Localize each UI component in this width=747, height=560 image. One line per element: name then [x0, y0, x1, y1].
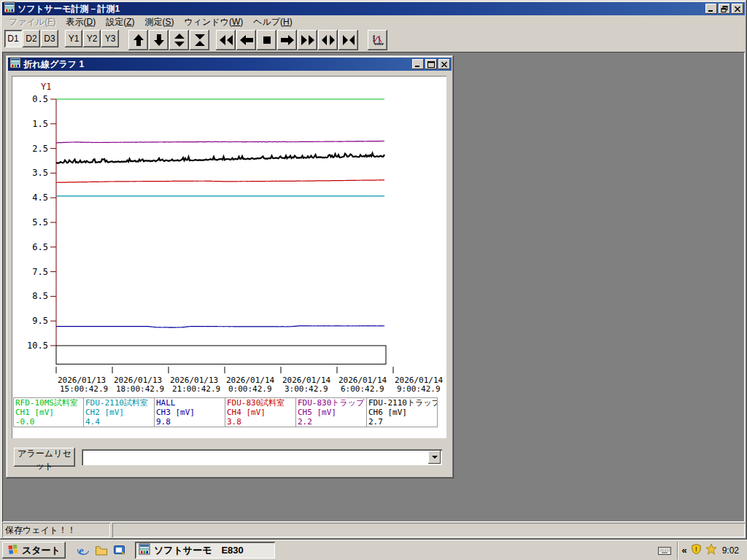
menu-measure[interactable]: 測定(S)	[139, 15, 179, 30]
folder-icon[interactable]	[93, 542, 109, 559]
d2-button[interactable]: D2	[23, 30, 40, 47]
legend-cell-CH4: FDU-830試料室CH4 [mV]3.8	[225, 397, 296, 427]
status-bar: 保存ウェイト！！	[2, 523, 745, 537]
alarm-bar: アラームリセット	[14, 448, 452, 467]
svg-text:21:00:42.9: 21:00:42.9	[172, 384, 220, 394]
series-CH4	[56, 180, 384, 182]
app-title: ソフトサーモ計測－計測1	[18, 3, 705, 15]
svg-text:3:00:42.9: 3:00:42.9	[285, 384, 328, 394]
step-right-icon[interactable]	[277, 30, 297, 50]
system-tray: « ! 9:02	[677, 542, 745, 559]
y1-button[interactable]: Y1	[65, 30, 82, 47]
svg-text:5.5: 5.5	[32, 217, 48, 228]
minimize-icon[interactable]	[705, 4, 717, 14]
maximize-icon[interactable]	[425, 59, 437, 69]
svg-text:4.5: 4.5	[32, 192, 48, 203]
svg-text:7.5: 7.5	[32, 267, 48, 277]
menu-view[interactable]: 表示(D)	[61, 15, 101, 30]
menu-file[interactable]: ファイル(F)	[4, 15, 61, 30]
close-icon[interactable]	[438, 59, 450, 69]
taskbar-app-button[interactable]: ソフトサーモ E830	[135, 542, 275, 559]
stop-icon[interactable]	[257, 30, 276, 50]
series-CH6	[56, 153, 384, 163]
legend-cell-CH1: RFD-10MS試料室CH1 [mV]-0.0	[13, 397, 84, 427]
start-button[interactable]: スタート	[2, 542, 66, 559]
keyboard-icon[interactable]	[657, 543, 673, 558]
legend-cell-CH2: FDU-2110試料室CH2 [mV]4.4	[84, 397, 155, 427]
start-label: スタート	[22, 544, 61, 557]
svg-text:!: !	[694, 545, 697, 553]
fast-backward-icon[interactable]	[216, 30, 236, 50]
expand-horizontal-icon[interactable]	[318, 30, 338, 50]
close-icon[interactable]	[732, 4, 743, 14]
svg-text:2.5: 2.5	[32, 144, 48, 154]
svg-text:1.5: 1.5	[32, 119, 48, 129]
combo-dropdown-icon[interactable]	[428, 451, 441, 464]
menu-help[interactable]: ヘルプ(H)	[248, 15, 298, 30]
svg-text:15:00:42.9: 15:00:42.9	[60, 384, 108, 394]
d1-button[interactable]: D1	[4, 30, 22, 47]
svg-text:10.5: 10.5	[27, 341, 48, 351]
app-icon	[139, 543, 150, 557]
svg-text:8.5: 8.5	[32, 291, 48, 301]
internet-explorer-icon[interactable]: e	[75, 542, 91, 559]
compress-horizontal-icon[interactable]	[338, 30, 358, 50]
scroll-up-icon[interactable]	[128, 30, 148, 50]
compress-vertical-icon[interactable]	[190, 30, 209, 50]
app-window: ソフトサーモ計測－計測1 ファイル(F) 表示(D) 設定(Z) 測定(S) ウ…	[0, 0, 747, 540]
show-desktop-icon[interactable]	[112, 542, 128, 559]
app-titlebar[interactable]: ソフトサーモ計測－計測1	[2, 2, 745, 15]
minimize-icon[interactable]	[412, 59, 424, 69]
svg-text:9:00:42.9: 9:00:42.9	[397, 384, 441, 394]
svg-text:6:00:42.9: 6:00:42.9	[341, 384, 384, 394]
y3-button[interactable]: Y3	[101, 30, 119, 47]
mdi-area: 折れ線グラフ 1 Y10.51.52.53.54.55.56.57.58.59.…	[2, 52, 745, 522]
legend-cell-CH5: FDU-830トラップCH5 [mV]2.2	[296, 397, 367, 427]
graph-window-title: 折れ線グラフ 1	[23, 58, 412, 71]
taskbar-clock[interactable]: 9:02	[722, 545, 739, 556]
chart-legend: RFD-10MS試料室CH1 [mV]-0.0FDU-2110試料室CH2 [m…	[13, 397, 446, 427]
graph-display-icon[interactable]	[368, 30, 387, 50]
windows-logo-icon	[7, 543, 19, 557]
restore-icon[interactable]	[719, 4, 730, 14]
status-message: 保存ウェイト！！	[2, 523, 110, 537]
y2-button[interactable]: Y2	[83, 30, 101, 47]
menu-settings[interactable]: 設定(Z)	[101, 15, 139, 30]
line-chart: Y10.51.52.53.54.55.56.57.58.59.510.52026…	[13, 77, 445, 395]
taskbar: スタート e ソフトサーモ E830 « ! 9:02	[0, 540, 747, 560]
svg-text:0:00:42.9: 0:00:42.9	[228, 384, 272, 394]
svg-text:18:00:42.9: 18:00:42.9	[116, 384, 164, 394]
svg-text:9.5: 9.5	[32, 316, 48, 326]
legend-cell-CH6: FDU-2110トラップCH6 [mV]2.7	[367, 397, 438, 427]
svg-text:3.5: 3.5	[32, 168, 48, 178]
legend-cell-CH3: HALLCH3 [mV]9.8	[155, 397, 225, 427]
graph-window-titlebar[interactable]: 折れ線グラフ 1	[8, 58, 452, 71]
tray-expand-chevron[interactable]: «	[681, 545, 686, 556]
toolbar: D1 D2 D3 Y1 Y2 Y3	[2, 29, 745, 52]
status-panel-2	[112, 523, 745, 537]
menu-window[interactable]: ウィンドウ(W)	[179, 15, 249, 30]
graph-window-icon	[9, 57, 21, 71]
chart-panel: Y10.51.52.53.54.55.56.57.58.59.510.52026…	[12, 76, 446, 438]
scroll-down-icon[interactable]	[149, 30, 169, 50]
graph-window: 折れ線グラフ 1 Y10.51.52.53.54.55.56.57.58.59.…	[6, 55, 454, 478]
step-left-icon[interactable]	[236, 30, 256, 50]
menu-bar: ファイル(F) 表示(D) 設定(Z) 測定(S) ウィンドウ(W) ヘルプ(H…	[2, 15, 745, 29]
d3-button[interactable]: D3	[41, 30, 58, 47]
series-CH3	[56, 326, 384, 327]
star-icon[interactable]	[705, 543, 717, 558]
series-CH5	[56, 141, 384, 142]
alarm-reset-button[interactable]: アラームリセット	[14, 448, 75, 467]
app-icon	[4, 1, 15, 16]
fast-forward-icon[interactable]	[298, 30, 317, 50]
svg-text:6.5: 6.5	[32, 242, 48, 252]
taskbar-app-label: ソフトサーモ E830	[154, 544, 244, 557]
svg-text:0.5: 0.5	[32, 94, 48, 104]
expand-vertical-icon[interactable]	[169, 30, 189, 50]
alarm-combobox[interactable]	[82, 449, 442, 465]
security-shield-icon[interactable]: !	[691, 543, 702, 558]
svg-text:Y1: Y1	[41, 82, 51, 92]
